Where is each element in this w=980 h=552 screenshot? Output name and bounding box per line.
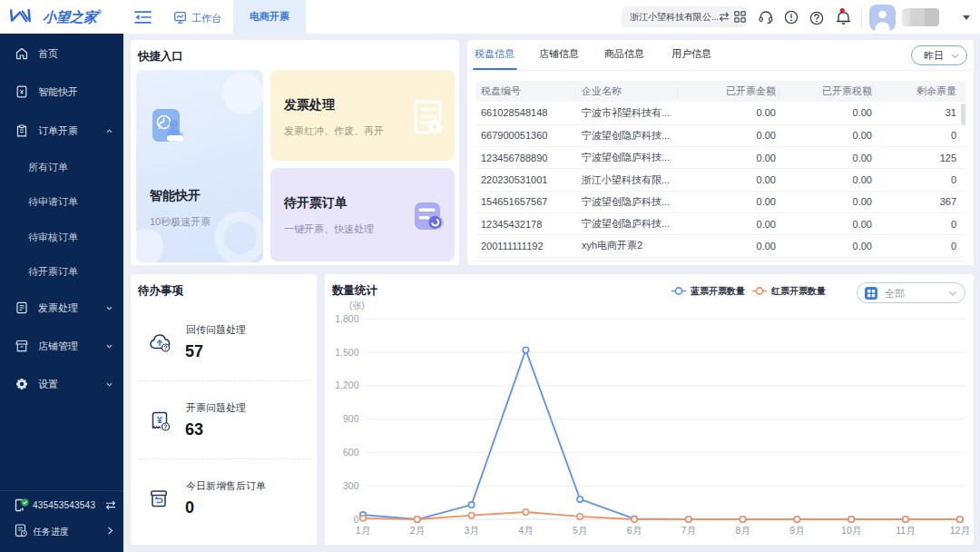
svg-text:1月: 1月 <box>356 525 370 536</box>
svg-text:2月: 2月 <box>410 525 425 536</box>
svg-text:1,200: 1,200 <box>335 380 358 390</box>
svg-text:1,500: 1,500 <box>335 347 358 358</box>
svg-text:7月: 7月 <box>681 525 696 536</box>
svg-text:蓝票开票数量: 蓝票开票数量 <box>690 286 745 296</box>
svg-text:3月: 3月 <box>464 525 478 536</box>
svg-text:1,800: 1,800 <box>335 313 358 324</box>
svg-text:5月: 5月 <box>573 525 587 536</box>
svg-text:300: 300 <box>343 480 359 491</box>
svg-text:6月: 6月 <box>627 525 642 536</box>
svg-text:4月: 4月 <box>518 525 533 536</box>
svg-text:9月: 9月 <box>789 525 804 536</box>
svg-text:11月: 11月 <box>896 525 915 536</box>
svg-text:600: 600 <box>343 447 359 458</box>
svg-text:0: 0 <box>354 514 359 525</box>
svg-text:900: 900 <box>343 413 359 424</box>
svg-text:10月: 10月 <box>841 525 861 536</box>
svg-text:红票开票数量: 红票开票数量 <box>770 286 826 296</box>
svg-text:8月: 8月 <box>735 525 750 536</box>
svg-text:12月: 12月 <box>950 525 970 536</box>
